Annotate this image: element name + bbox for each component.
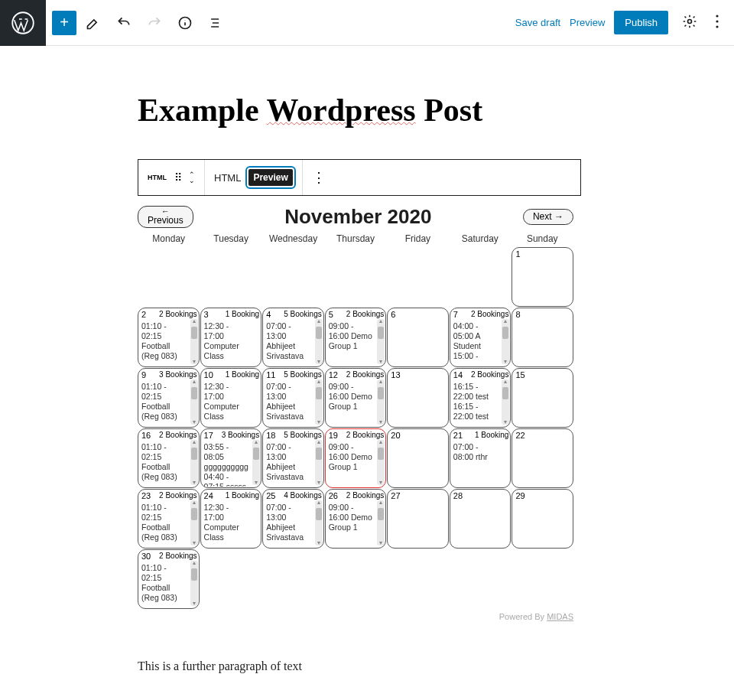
calendar-day-cell[interactable]: 28: [450, 489, 512, 549]
powered-by-link[interactable]: MIDAS: [547, 612, 573, 621]
calendar-day-cell[interactable]: 101 Booking12:30 - 17:00 Computer Class: [200, 368, 262, 428]
svg-point-3: [716, 15, 718, 17]
more-menu-icon[interactable]: [711, 10, 723, 35]
cell-booking-detail: 07:00 - 13:00 Abhijeet Srivastava: [266, 442, 322, 487]
calendar-day-cell[interactable]: 52 Bookings09:00 - 16:00 Demo Group 1: [325, 308, 387, 367]
calendar-day-cell[interactable]: 241 Booking12:30 - 17:00 Computer Class: [200, 489, 262, 549]
cell-day-number: 29: [515, 491, 525, 502]
calendar-empty-cell: [512, 549, 573, 609]
move-down-icon[interactable]: ⌄: [189, 177, 195, 184]
cell-day-number: 18: [266, 431, 275, 441]
settings-icon[interactable]: [677, 9, 702, 36]
calendar-next-button[interactable]: Next →: [523, 209, 573, 224]
cell-scrollbar[interactable]: [502, 379, 509, 425]
cell-scrollbar[interactable]: [502, 319, 509, 364]
calendar-day-cell[interactable]: 262 Bookings09:00 - 16:00 Demo Group 1: [325, 489, 387, 549]
calendar-day-cell[interactable]: 6: [387, 308, 449, 367]
calendar-day-cell[interactable]: 45 Bookings07:00 - 13:00 Abhijeet Srivas…: [262, 308, 324, 367]
calendar-day-cell[interactable]: 31 Booking12:30 - 17:00 Computer Class: [200, 308, 262, 367]
cell-scrollbar[interactable]: [315, 319, 323, 364]
cell-day-number: 3: [204, 310, 209, 321]
add-block-button[interactable]: +: [52, 11, 76, 35]
calendar-day-cell[interactable]: 192 Bookings09:00 - 16:00 Demo Group 1: [325, 428, 387, 488]
calendar-day-cell[interactable]: 15: [512, 368, 573, 428]
undo-icon[interactable]: [110, 9, 138, 37]
calendar-day-cell[interactable]: 1: [512, 247, 573, 307]
calendar-day-cell[interactable]: 29: [512, 489, 573, 549]
svg-point-2: [688, 20, 692, 24]
calendar-day-cell[interactable]: 22: [512, 428, 573, 488]
cell-day-number: 5: [329, 310, 333, 321]
cell-booking-detail: 07:00 - 13:00 Abhijeet Srivastava: [266, 321, 322, 366]
cell-scrollbar[interactable]: [315, 440, 323, 485]
calendar-day-cell[interactable]: 8: [512, 308, 573, 367]
cell-scrollbar[interactable]: [377, 440, 385, 485]
calendar-day-cell[interactable]: 122 Bookings09:00 - 16:00 Demo Group 1: [325, 368, 387, 428]
edit-icon[interactable]: [80, 9, 107, 37]
calendar-empty-cell: [138, 247, 200, 307]
post-title[interactable]: Example Wordpress Post: [138, 92, 581, 129]
calendar-day-cell[interactable]: 302 Bookings01:10 - 02:15 Football (Reg …: [138, 549, 200, 609]
calendar-empty-cell: [450, 247, 512, 307]
body-paragraph[interactable]: This is a further paragraph of text: [138, 659, 581, 673]
publish-button[interactable]: Publish: [614, 11, 668, 34]
calendar-day-cell[interactable]: 27: [387, 489, 449, 549]
calendar-day-cell[interactable]: 115 Bookings07:00 - 13:00 Abhijeet Sriva…: [262, 368, 324, 428]
block-drag-handle-icon[interactable]: ⠿: [174, 171, 181, 184]
editor-canvas[interactable]: Example Wordpress Post HTML ⠿ ⌃⌄ HTML Pr…: [0, 46, 719, 700]
day-header: Tuesday: [200, 233, 261, 244]
calendar-day-headers: MondayTuesdayWednesdayThursdayFridaySatu…: [138, 233, 573, 244]
cell-day-number: 13: [391, 370, 400, 381]
calendar-empty-cell: [200, 549, 262, 609]
cell-booking-detail: 07:00 - 08:00 rthr: [453, 442, 509, 487]
calendar-day-cell[interactable]: 72 Bookings04:00 - 05:00 A Student 15:00…: [450, 308, 512, 367]
calendar-day-cell[interactable]: 173 Bookings03:55 - 08:05 gggggggggg 04:…: [200, 428, 262, 488]
preview-link[interactable]: Preview: [570, 17, 605, 28]
cell-booking-summary: 1 Booking: [226, 491, 259, 502]
block-toolbar: HTML ⠿ ⌃⌄ HTML Preview ⋮: [138, 159, 581, 196]
calendar-day-cell[interactable]: 13: [387, 368, 449, 428]
block-move-arrows[interactable]: ⌃⌄: [189, 171, 195, 184]
cell-day-number: 1: [515, 249, 520, 260]
cell-day-number: 30: [141, 552, 151, 562]
mode-preview-button[interactable]: Preview: [248, 169, 292, 186]
cell-day-number: 20: [391, 431, 400, 441]
title-text-3: Post: [416, 93, 483, 128]
cell-scrollbar[interactable]: [252, 440, 260, 485]
cell-day-number: 4: [266, 310, 271, 321]
calendar-day-cell[interactable]: 93 Bookings01:10 - 02:15 Football (Reg 0…: [138, 368, 200, 428]
cell-scrollbar[interactable]: [190, 379, 198, 425]
calendar-empty-cell: [262, 549, 324, 609]
calendar-day-cell[interactable]: 232 Bookings01:10 - 02:15 Football (Reg …: [138, 489, 200, 549]
cell-scrollbar[interactable]: [377, 500, 385, 545]
block-type-segment: HTML ⠿ ⌃⌄: [138, 160, 205, 195]
calendar-day-cell[interactable]: 20: [387, 428, 449, 488]
outline-icon[interactable]: [202, 9, 229, 37]
calendar-day-cell[interactable]: 22 Bookings01:10 - 02:15 Football (Reg 0…: [138, 308, 200, 367]
cell-scrollbar[interactable]: [377, 379, 385, 425]
calendar-day-cell[interactable]: 142 Bookings16:15 - 22:00 test 16:15 - 2…: [450, 368, 512, 428]
cell-scrollbar[interactable]: [190, 561, 198, 606]
mode-html-button[interactable]: HTML: [214, 172, 241, 184]
wordpress-logo[interactable]: [0, 0, 46, 46]
calendar-day-cell[interactable]: 254 Bookings07:00 - 13:00 Abhijeet Sriva…: [262, 489, 324, 549]
day-header: Wednesday: [262, 233, 324, 244]
block-more-icon[interactable]: ⋮: [312, 169, 326, 186]
redo-icon: [141, 9, 168, 37]
cell-day-number: 24: [204, 491, 213, 502]
info-icon[interactable]: [171, 9, 199, 37]
calendar-empty-cell: [450, 549, 512, 609]
cell-scrollbar[interactable]: [315, 500, 323, 545]
calendar-prev-button[interactable]: ←Previous: [138, 206, 193, 228]
cell-scrollbar[interactable]: [315, 379, 323, 425]
calendar-day-cell[interactable]: 162 Bookings01:10 - 02:15 Football (Reg …: [138, 428, 200, 488]
cell-scrollbar[interactable]: [377, 319, 385, 364]
cell-scrollbar[interactable]: [190, 500, 198, 545]
save-draft-link[interactable]: Save draft: [515, 17, 560, 28]
calendar-empty-cell: [387, 549, 449, 609]
cell-scrollbar[interactable]: [190, 440, 198, 485]
cell-scrollbar[interactable]: [190, 319, 198, 364]
calendar-day-cell[interactable]: 185 Bookings07:00 - 13:00 Abhijeet Sriva…: [262, 428, 324, 488]
calendar-day-cell[interactable]: 211 Booking07:00 - 08:00 rthr: [450, 428, 512, 488]
block-type-badge[interactable]: HTML: [148, 174, 167, 181]
